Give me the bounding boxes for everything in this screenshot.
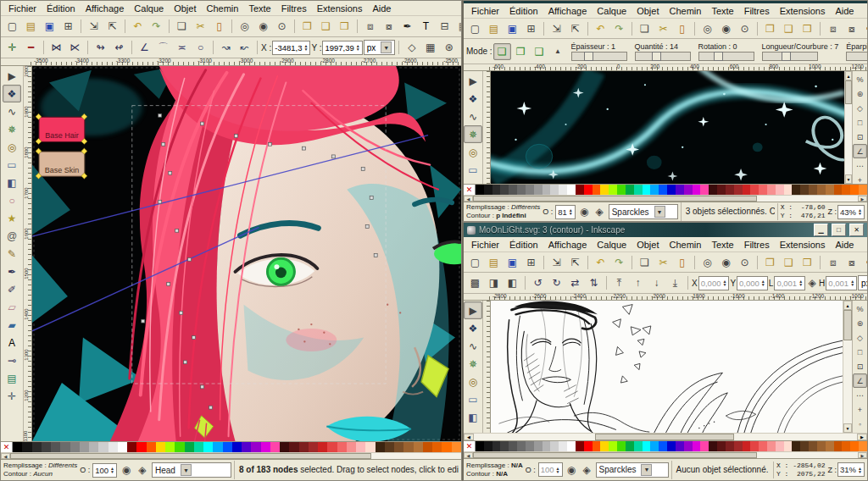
slider-thumb[interactable] [782,52,791,61]
palette-swatch[interactable] [299,442,309,452]
snap-bbox-edge-icon[interactable]: ◇ [853,330,867,345]
menu-texte[interactable]: Texte [244,3,275,14]
segment-curve-icon[interactable]: ↜ [236,39,253,56]
palette-swatch[interactable] [600,185,609,195]
save-icon[interactable]: ▣ [504,254,521,271]
selector-tool[interactable]: ▶ [464,72,482,90]
menu-filtres[interactable]: Filtres [740,240,774,250]
palette-swatch[interactable] [634,185,643,195]
palette-swatch[interactable] [89,442,98,452]
new-document-icon[interactable]: ▢ [3,18,21,35]
palette-scrollbar[interactable]: ◀▶ [464,451,867,458]
palette-swatch[interactable] [251,442,260,452]
select-all-icon[interactable]: ◨ [485,274,503,291]
horizontal-scrollbar[interactable]: ◀▶ [464,433,867,440]
palette-swatch[interactable] [600,441,609,451]
layer-dropdown[interactable]: Sparckles▼ [596,462,669,478]
maximize-button[interactable]: □ [832,224,846,236]
palette-swatch[interactable] [767,441,776,451]
palette-swatch[interactable] [643,441,651,451]
menu-objet[interactable]: Objet [632,6,663,16]
duplicate-icon[interactable]: ❐ [298,18,316,35]
palette-swatch[interactable] [650,185,659,195]
snap-midpoint-icon[interactable]: ◦ [853,417,867,431]
snap-cusp-icon[interactable]: + [853,402,867,417]
palette-swatch[interactable] [693,185,701,195]
no-color-swatch[interactable]: ✕ [464,185,476,195]
palette-swatch[interactable] [500,185,509,195]
menubar[interactable]: FichierÉditionAffichageCalqueObjetChemin… [464,3,867,19]
menu-edition[interactable]: Édition [42,3,80,14]
unlink-clone-icon[interactable]: ❒ [798,20,816,37]
slider-thumb[interactable] [652,52,661,61]
palette-swatch[interactable] [203,442,213,452]
copy-icon[interactable]: ❏ [636,20,654,37]
align-dialog-icon[interactable]: ⊟ [436,18,453,35]
menu-objet[interactable]: Objet [632,240,663,250]
spray-slider[interactable]: Éparpiller : 5 [846,42,868,61]
opacity-input[interactable]: 100▲▼ [92,463,117,478]
spiral-tool[interactable]: @ [3,227,21,245]
palette-swatch[interactable] [232,442,242,452]
menu-affichage[interactable]: Affichage [544,240,592,250]
menu-fichier[interactable]: Fichier [467,240,504,250]
palette-swatch[interactable] [526,441,534,451]
palette-swatch[interactable] [700,185,709,195]
zoom-tool[interactable]: ◎ [3,138,21,156]
clone-icon[interactable]: ❑ [317,18,335,35]
delete-node-icon[interactable]: ━ [22,39,40,56]
flip-v-icon[interactable]: ⇅ [585,274,603,291]
fill-stroke-icon[interactable]: ✒ [861,20,868,37]
title-bar[interactable]: MoOnLiGht.svg: 3 (contour) - Inkscape ▁ … [464,223,867,237]
selector-tool[interactable]: ▶ [3,67,21,85]
menu-objet[interactable]: Objet [170,3,200,14]
unit-dropdown[interactable]: px▼ [364,40,396,55]
palette-swatch[interactable] [476,441,484,451]
slider-thumb[interactable] [714,52,723,61]
palette-swatch[interactable] [394,442,403,452]
bucket-tool[interactable]: ▰ [3,316,21,334]
pencil-tool[interactable]: ✎ [3,245,21,263]
layer-lock-icon[interactable]: ◈ [593,203,606,220]
unlink-clone-icon[interactable]: ❒ [336,18,353,35]
palette-swatch[interactable] [850,185,859,195]
palette-swatch[interactable] [659,185,667,195]
palette-swatch[interactable] [792,185,800,195]
palette-swatch[interactable] [609,441,617,451]
palette-swatch[interactable] [289,442,298,452]
rect-tool[interactable]: ▭ [464,390,482,408]
spray-slider[interactable]: Épaisseur : 1 [571,42,627,61]
paste-icon[interactable]: ▯ [673,254,691,271]
ungroup-icon[interactable]: ⧇ [843,20,860,37]
snap-enable-icon[interactable]: % [853,301,867,316]
vertical-scrollbar[interactable]: ▲▼ [843,301,852,433]
palette-swatch[interactable] [70,442,80,452]
height-input[interactable]: 0,001▲▼ [826,276,857,290]
palette-swatch[interactable] [859,441,867,451]
palette-swatch[interactable] [376,442,385,452]
zoom-tool[interactable]: ◎ [464,143,482,161]
layer-lock-icon[interactable]: ◈ [581,462,593,478]
palette-swatch[interactable] [213,442,222,452]
unit-dropdown[interactable]: px▼ [858,275,868,290]
palette-swatch[interactable] [559,441,567,451]
palette-swatch[interactable] [136,442,146,452]
raise-icon[interactable]: ↑ [629,274,647,291]
menu-chemin[interactable]: Chemin [202,3,242,14]
spray-slider[interactable]: Quantité : 14 [635,42,691,61]
palette-swatch[interactable] [684,441,693,451]
palette-swatch[interactable] [13,442,22,452]
box3d-tool[interactable]: ◧ [464,408,482,426]
palette-swatch[interactable] [667,185,676,195]
width-input[interactable]: 0,001▲▼ [774,276,805,290]
flip-h-icon[interactable]: ⇄ [566,274,584,291]
palette-swatch[interactable] [385,442,394,452]
palette-swatch[interactable] [51,442,60,452]
palette-swatch[interactable] [484,185,492,195]
layer-visibility-icon[interactable]: ◉ [120,462,133,478]
node-smooth-icon[interactable]: ⌒ [154,39,172,56]
undo-icon[interactable]: ↶ [129,18,147,35]
save-icon[interactable]: ▣ [41,18,58,35]
print-icon[interactable]: ⊞ [522,254,540,271]
palette-swatch[interactable] [743,441,751,451]
